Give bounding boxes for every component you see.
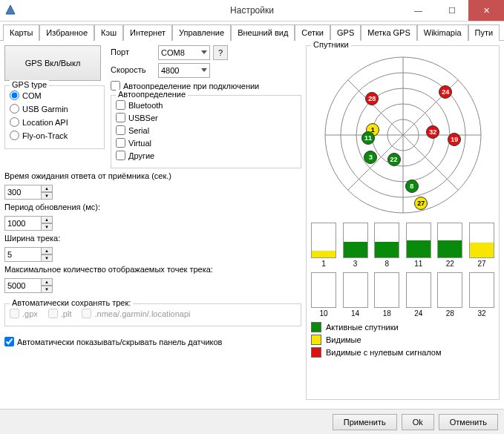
signal-bar-27: 27 — [469, 223, 494, 268]
signal-bar-8: 8 — [374, 223, 399, 268]
sat-32: 32 — [426, 125, 439, 139]
tab-пути[interactable]: Пути — [468, 24, 500, 41]
autodetect-другие[interactable]: Другие — [116, 151, 296, 160]
sat-3: 3 — [364, 151, 377, 164]
speed-select[interactable]: 4800 — [158, 63, 210, 78]
timeout-label: Время ожидания ответа от приёмника (сек.… — [4, 171, 301, 180]
gps-type-fly-on-track[interactable]: Fly-on-Track — [10, 131, 99, 140]
autosave-group: Автоматически сохранять трек: .gpx.plt.n… — [4, 303, 301, 326]
maximize-button[interactable]: ☐ — [435, 0, 468, 21]
signal-bar-14: 14 — [343, 272, 368, 318]
port-select[interactable]: COM8 — [158, 45, 210, 60]
signal-bar-24: 24 — [406, 272, 431, 318]
speed-label: Скорость — [111, 65, 155, 74]
autosave-plt[interactable]: .plt — [48, 309, 72, 318]
signal-bar-3: 3 — [343, 223, 368, 268]
cancel-button[interactable]: Отменить — [439, 414, 498, 430]
sat-27: 27 — [414, 197, 428, 210]
tab-внешний вид[interactable]: Внешний вид — [231, 24, 295, 41]
tab-wikimapia[interactable]: Wikimapia — [417, 24, 468, 41]
autosave-nmeagarminlocationapi[interactable]: .nmea/.garmin/.locationapi — [82, 309, 190, 318]
tab-интернет[interactable]: Интернет — [123, 24, 172, 41]
autodetect-usbser[interactable]: USBSer — [116, 113, 296, 122]
tab-метка gps[interactable]: Метка GPS — [361, 24, 417, 41]
sat-19: 19 — [448, 133, 461, 146]
signal-bar-1: 1 — [311, 223, 336, 268]
autodetect-serial[interactable]: Serial — [116, 125, 296, 135]
footer: Применить Ok Отменить — [0, 409, 504, 434]
signal-bar-32: 32 — [469, 272, 494, 318]
close-button[interactable]: ✕ — [468, 0, 504, 21]
satellites-group: Спутники 24281911132223827 138112227 101… — [306, 45, 500, 400]
sat-22: 22 — [387, 153, 401, 166]
sat-24: 24 — [439, 85, 452, 99]
legend-zero: Видимые с нулевым сигналом — [311, 347, 494, 358]
port-help-button[interactable]: ? — [213, 45, 228, 60]
tab-управление[interactable]: Управление — [172, 24, 231, 41]
signal-bar-11: 11 — [406, 223, 431, 268]
autodetect-group: Автоопределение BluetoothUSBSerSerialVir… — [111, 95, 301, 168]
sat-8: 8 — [405, 180, 419, 193]
gps-type-group: GPS type COMUSB GarminLocation APIFly-on… — [4, 85, 105, 149]
signal-bar-18: 18 — [374, 272, 399, 318]
port-label: Порт — [111, 47, 155, 56]
tab-избранное[interactable]: Избранное — [39, 24, 94, 41]
signal-bar-10: 10 — [311, 272, 336, 318]
sat-28: 28 — [365, 92, 379, 105]
width-input[interactable]: ▲▼ — [4, 247, 301, 262]
skyplot: 24281911132223827 — [321, 53, 485, 217]
period-label: Период обновления (мс): — [4, 203, 301, 211]
minimize-button[interactable]: — — [402, 0, 435, 21]
legend-visible: Видимые — [311, 335, 494, 345]
tab-кэш[interactable]: Кэш — [94, 24, 123, 41]
maxpts-input[interactable]: ▲▼ — [4, 278, 301, 293]
period-input[interactable]: ▲▼ — [4, 216, 301, 231]
timeout-input[interactable]: ▲▼ — [4, 185, 301, 200]
autosave-gpx[interactable]: .gpx — [10, 309, 38, 318]
autoshow-checkbox[interactable]: Автоматически показывать/скрывать панель… — [4, 337, 301, 346]
titlebar: Настройки — ☐ ✕ — [0, 0, 504, 22]
gps-type-location-api[interactable]: Location API — [10, 117, 99, 127]
tab-карты[interactable]: Карты — [3, 24, 39, 41]
tabstrip: КартыИзбранноеКэшИнтернетУправлениеВнешн… — [0, 22, 504, 41]
gps-type-com[interactable]: COM — [10, 91, 99, 100]
tab-сетки[interactable]: Сетки — [295, 24, 330, 41]
legend-active: Активные спутники — [311, 322, 494, 332]
maxpts-label: Максимальное количество отображаемых точ… — [4, 265, 301, 274]
autodetect-bluetooth[interactable]: Bluetooth — [116, 100, 296, 110]
tab-gps[interactable]: GPS — [330, 24, 361, 41]
gps-type-usb-garmin[interactable]: USB Garmin — [10, 104, 99, 114]
signal-bar-22: 22 — [437, 223, 462, 268]
gps-toggle-button[interactable]: GPS Вкл/Выкл — [4, 45, 101, 81]
sat-11: 11 — [361, 131, 375, 145]
width-label: Ширина трека: — [4, 234, 301, 243]
signal-bar-28: 28 — [437, 272, 462, 318]
apply-button[interactable]: Применить — [333, 414, 397, 430]
autodetect-virtual[interactable]: Virtual — [116, 138, 296, 148]
ok-button[interactable]: Ok — [402, 414, 434, 430]
